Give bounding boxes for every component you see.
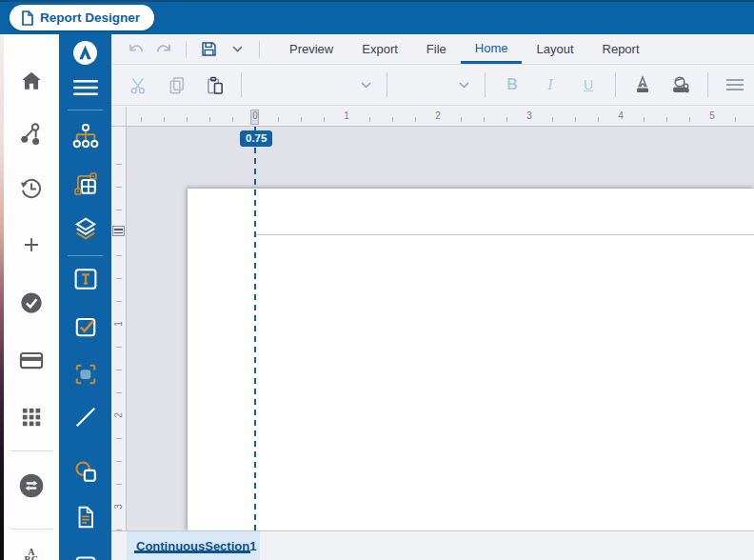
rail-divider — [68, 110, 103, 110]
save-dropdown-chevron-icon[interactable] — [225, 34, 249, 64]
toolbar-row-1: Preview Export File Home Layout Report — [111, 34, 754, 65]
font-size-select[interactable] — [395, 70, 477, 99]
layers-icon[interactable] — [69, 211, 103, 246]
h-ruler-tick — [141, 117, 142, 122]
copy-icon[interactable] — [157, 70, 195, 100]
italic-button[interactable]: I — [531, 70, 569, 100]
v-ruler-tick — [116, 210, 122, 210]
report-designer-label: Report Designer — [40, 10, 140, 25]
design-canvas[interactable]: 0.75 — [127, 127, 754, 530]
h-ruler-number: 3 — [526, 110, 532, 121]
share-icon[interactable] — [15, 118, 48, 150]
separator — [186, 41, 187, 58]
h-ruler-tick — [484, 117, 485, 122]
undo-icon[interactable] — [123, 34, 148, 64]
shapes-icon[interactable] — [69, 454, 103, 489]
h-ruler-tick — [392, 117, 393, 122]
h-ruler-tick — [575, 117, 576, 122]
image-icon[interactable] — [69, 357, 103, 391]
highlight-color-icon[interactable] — [662, 70, 700, 100]
h-ruler-tick — [187, 117, 188, 122]
card-icon[interactable] — [15, 344, 48, 376]
h-ruler-tick — [506, 117, 507, 122]
h-ruler-number: 5 — [709, 110, 715, 121]
align-icon[interactable] — [716, 70, 754, 100]
section-tab-underline — [134, 550, 250, 553]
separator — [259, 41, 260, 58]
separator — [241, 72, 242, 97]
h-ruler-number: 2 — [435, 110, 441, 121]
tab-file[interactable]: File — [412, 34, 461, 64]
h-ruler-tick — [209, 117, 210, 122]
report-page[interactable] — [188, 189, 754, 530]
font-color-icon[interactable] — [624, 70, 662, 100]
line-icon[interactable] — [69, 400, 103, 434]
paste-icon[interactable] — [195, 70, 233, 100]
v-ruler-tick — [116, 301, 122, 302]
section-bar-corner — [111, 531, 127, 560]
horizontal-ruler[interactable]: 012345 — [127, 107, 754, 127]
nav-tabs: Preview Export File Home Layout Report — [275, 34, 654, 64]
h-ruler-number: 4 — [618, 110, 624, 121]
add-icon[interactable] — [15, 229, 48, 261]
font-family-select[interactable] — [249, 70, 379, 99]
v-ruler-tick — [116, 278, 122, 279]
h-ruler-tick — [301, 117, 302, 122]
h-ruler-tick — [324, 117, 325, 122]
v-ruler-number: 3 — [113, 500, 124, 514]
tab-export[interactable]: Export — [347, 34, 412, 64]
h-ruler-tick — [552, 117, 553, 122]
tab-report[interactable]: Report — [588, 34, 654, 64]
textbox-icon[interactable] — [69, 262, 103, 296]
v-ruler-tick — [116, 484, 122, 485]
tab-layout[interactable]: Layout — [522, 34, 587, 64]
h-ruler-tick — [644, 117, 645, 122]
approve-check-icon[interactable] — [15, 287, 48, 319]
rail-divider — [10, 529, 52, 530]
save-icon[interactable] — [196, 34, 221, 64]
rail-divider — [68, 255, 103, 256]
separator — [615, 72, 616, 97]
h-ruler-number: 1 — [344, 110, 349, 121]
vertical-ruler[interactable]: 123 — [111, 127, 127, 530]
app-rail: ABC — [4, 34, 59, 560]
menu-icon[interactable] — [69, 70, 103, 105]
logo-icon[interactable] — [69, 35, 103, 70]
designer-rail — [59, 34, 111, 560]
tab-preview[interactable]: Preview — [275, 34, 347, 64]
section-tab-continuoussection1[interactable]: ContinuousSection1 — [127, 531, 260, 560]
underline-button[interactable]: U — [569, 70, 607, 100]
cut-icon[interactable] — [119, 70, 157, 100]
checkbox-icon[interactable] — [69, 310, 103, 344]
separator — [387, 72, 387, 97]
h-ruler-tick — [461, 117, 462, 122]
h-ruler-tick — [415, 117, 416, 122]
v-ruler-tick — [116, 392, 122, 393]
h-ruler-tick — [689, 117, 690, 122]
chevron-down-icon — [361, 82, 371, 89]
redo-icon[interactable] — [151, 34, 176, 64]
table-icon[interactable] — [69, 551, 103, 560]
separator — [707, 72, 708, 97]
separator — [485, 72, 486, 97]
hierarchy-icon[interactable] — [69, 119, 103, 153]
page-icon[interactable] — [69, 500, 103, 534]
v-ruler-tick — [116, 370, 122, 370]
apps-grid-icon[interactable] — [15, 401, 48, 433]
toolbar: Preview Export File Home Layout Report — [111, 34, 754, 107]
bold-button[interactable]: B — [493, 70, 531, 100]
report-designer-button[interactable]: Report Designer — [10, 5, 154, 30]
h-ruler-tick — [278, 117, 279, 122]
vertical-margin-handle[interactable] — [112, 226, 125, 236]
v-ruler-tick — [116, 255, 122, 256]
h-ruler-tick — [369, 117, 370, 122]
h-ruler-tick — [164, 117, 165, 122]
swap-icon[interactable] — [15, 470, 48, 502]
v-ruler-tick — [116, 347, 122, 348]
spellcheck-abc-icon[interactable]: ABC — [15, 540, 48, 560]
report-items-icon[interactable] — [69, 167, 103, 201]
history-icon[interactable] — [15, 172, 48, 205]
margin-guide-line[interactable] — [254, 127, 256, 530]
home-icon[interactable] — [15, 65, 48, 97]
tab-home[interactable]: Home — [461, 34, 523, 64]
